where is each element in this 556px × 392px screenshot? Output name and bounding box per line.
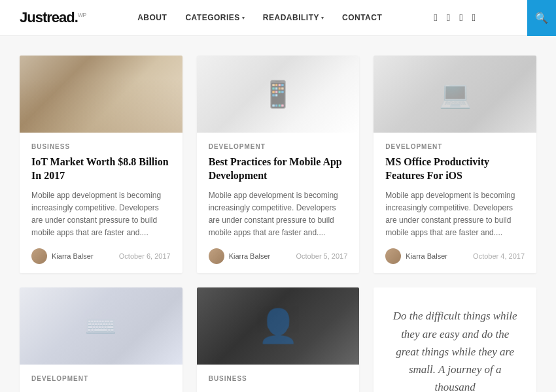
logo-sup: WP [78,12,86,18]
card-category: DEVELOPMENT [209,143,348,150]
article-thumbnail [20,287,182,365]
card-excerpt: Mobile app development is becoming incre… [209,189,348,240]
card-meta: Kiarra Balser October 4, 2017 [385,248,525,264]
card-body: BUSINESS IoT Market Worth $8.8 Billion I… [20,133,182,273]
card-image [20,287,182,365]
card-author: Kiarra Balser [31,248,94,264]
article-thumbnail [197,287,360,365]
card-body: DEVELOPMENT [20,365,182,392]
quote-text: Do the difficult things while they are e… [392,307,518,392]
card-excerpt: Mobile app development is becoming incre… [31,189,171,240]
chevron-down-icon: ▾ [321,15,324,21]
card-category: BUSINESS [31,143,171,150]
card-image [197,56,360,133]
site-header: Justread.WP ABOUT CATEGORIES ▾ READABILI… [0,0,556,36]
card-author: Kiarra Balser [209,248,271,264]
card-body: DEVELOPMENT MS Office Productivity Featu… [374,133,536,273]
article-card: DEVELOPMENT [20,287,182,392]
main-content: BUSINESS IoT Market Worth $8.8 Billion I… [0,36,556,392]
avatar [209,248,224,264]
card-date: October 5, 2017 [296,252,347,260]
card-body: DEVELOPMENT Best Practices for Mobile Ap… [197,133,360,273]
nav-contact[interactable]: CONTACT [342,13,382,22]
search-icon: 🔍 [535,12,548,24]
card-title: IoT Market Worth $8.8 Billion In 2017 [31,155,171,183]
search-button[interactable]: 🔍 [527,0,556,36]
card-category: BUSINESS [209,375,348,382]
instagram-icon[interactable]:  [472,12,476,24]
main-nav: ABOUT CATEGORIES ▾ READABILITY ▾ CONTACT [137,13,382,22]
card-meta: Kiarra Balser October 5, 2017 [209,248,348,264]
nav-categories-dropdown[interactable]: CATEGORIES ▾ [185,13,244,22]
card-body: BUSINESS [197,365,360,392]
article-card: BUSINESS IoT Market Worth $8.8 Billion I… [20,56,182,273]
author-name: Kiarra Balser [229,252,271,260]
card-excerpt: Mobile app development is becoming incre… [385,189,525,240]
nav-categories[interactable]: CATEGORIES [185,13,239,22]
card-image [197,287,360,365]
chevron-down-icon: ▾ [242,15,245,21]
card-date: October 4, 2017 [473,252,525,260]
card-meta: Kiarra Balser October 6, 2017 [31,248,171,264]
card-title: Best Practices for Mobile App Developmen… [209,155,348,183]
author-name: Kiarra Balser [406,252,447,260]
author-name: Kiarra Balser [52,252,94,260]
card-date: October 6, 2017 [119,252,171,260]
card-image [374,56,536,133]
logo-text: Justread. [20,9,78,25]
quote-card: Do the difficult things while they are e… [374,287,536,392]
article-thumbnail [374,56,536,133]
nav-readability[interactable]: READABILITY [263,13,319,22]
card-title: MS Office Productivity Features For iOS [385,155,525,183]
nav-about[interactable]: ABOUT [137,13,167,22]
article-card: BUSINESS [197,287,360,392]
article-card: DEVELOPMENT Best Practices for Mobile Ap… [197,56,360,273]
twitter-icon[interactable]:  [447,12,450,24]
site-logo[interactable]: Justread.WP [20,9,86,26]
card-category: DEVELOPMENT [385,143,525,150]
cards-grid-row2: DEVELOPMENT BUSINESS Do the difficult th… [20,287,536,392]
article-thumbnail [20,56,182,133]
cards-grid-row1: BUSINESS IoT Market Worth $8.8 Billion I… [20,56,536,273]
avatar [385,248,401,264]
facebook-icon[interactable]:  [434,12,437,24]
article-card: DEVELOPMENT MS Office Productivity Featu… [374,56,536,273]
nav-readability-dropdown[interactable]: READABILITY ▾ [263,13,324,22]
social-icons:     [434,12,476,24]
article-thumbnail [197,56,360,133]
card-category: DEVELOPMENT [31,375,171,382]
card-author: Kiarra Balser [385,248,447,264]
avatar [31,248,47,264]
card-image [20,56,182,133]
github-icon[interactable]:  [459,12,462,24]
